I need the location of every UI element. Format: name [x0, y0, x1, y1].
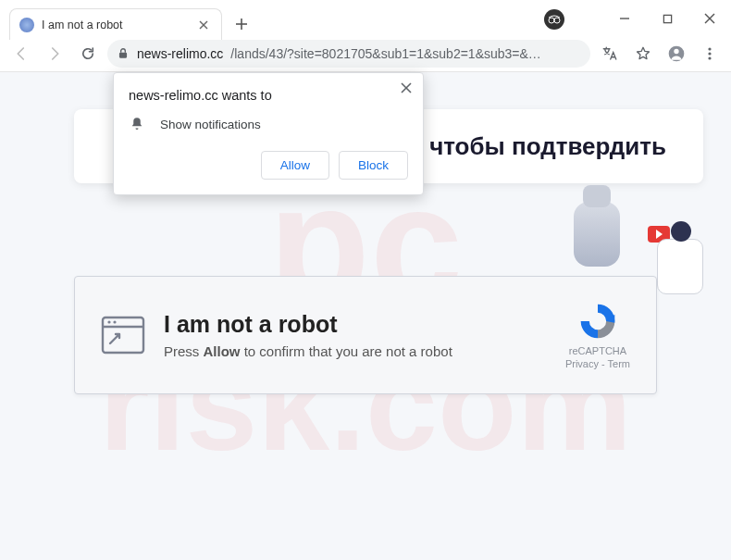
favicon-icon: [19, 18, 34, 32]
captcha-sub-prefix: Press: [164, 343, 204, 359]
recaptcha-icon: [577, 301, 618, 342]
captcha-title: I am not a robot: [164, 311, 547, 338]
svg-point-12: [674, 48, 678, 53]
browser-tab[interactable]: I am not a robot: [9, 8, 222, 40]
browser-toolbar: news-relimo.cc/lands/43/?site=8021705&su…: [0, 35, 731, 72]
recaptcha-badge: reCAPTCHA Privacy - Term: [565, 301, 630, 369]
minimize-button[interactable]: [603, 4, 646, 33]
close-tab-button[interactable]: [195, 19, 212, 31]
notification-prompt: news-relimo.cc wants to Show notificatio…: [113, 72, 424, 195]
url-host: news-relimo.cc: [137, 46, 223, 61]
browser-window-icon: [101, 316, 145, 355]
svg-rect-10: [119, 52, 127, 57]
reload-button[interactable]: [74, 40, 102, 68]
prompt-permission-row: Show notifications: [129, 116, 408, 132]
svg-point-13: [708, 47, 711, 50]
banner-part2-text: чтобы подтвердить: [429, 132, 666, 160]
recaptcha-links[interactable]: Privacy - Term: [565, 358, 630, 369]
prompt-site: news-relimo.cc: [129, 88, 218, 103]
allow-button[interactable]: Allow: [261, 151, 329, 180]
url-path: /lands/43/?site=8021705&sub1=1&sub2=1&su…: [230, 46, 581, 61]
svg-point-19: [113, 320, 116, 323]
bell-icon: [129, 116, 145, 132]
profile-icon[interactable]: [663, 40, 690, 68]
svg-point-18: [107, 320, 110, 323]
svg-point-8: [549, 18, 554, 23]
block-button[interactable]: Block: [339, 151, 408, 180]
lock-icon: [117, 47, 130, 60]
star-icon[interactable]: [629, 40, 657, 68]
forward-button[interactable]: [41, 40, 68, 68]
prompt-wants: wants to: [218, 88, 272, 103]
new-tab-button[interactable]: [228, 10, 255, 38]
prompt-title: news-relimo.cc wants to: [129, 88, 408, 103]
prompt-permission-text: Show notifications: [160, 118, 261, 131]
window-controls: [603, 4, 731, 33]
prompt-actions: Allow Block: [129, 151, 408, 180]
recaptcha-brand: reCAPTCHA: [565, 345, 630, 356]
svg-rect-1: [663, 15, 671, 22]
captcha-sub-suffix: to confirm that you are not a robot: [241, 343, 452, 359]
address-bar[interactable]: news-relimo.cc/lands/43/?site=8021705&su…: [107, 40, 590, 68]
captcha-subtitle: Press Allow to confirm that you are not …: [164, 343, 547, 359]
close-prompt-button[interactable]: [401, 82, 412, 93]
incognito-icon: [544, 9, 564, 30]
svg-point-15: [708, 56, 711, 59]
tab-title: I am not a robot: [42, 19, 188, 31]
person-icon: [657, 239, 703, 294]
captcha-sub-bold: Allow: [204, 343, 241, 359]
svg-point-14: [708, 52, 711, 55]
translate-icon[interactable]: [596, 40, 624, 68]
tabstrip: I am not a robot: [9, 7, 255, 41]
svg-point-9: [554, 18, 560, 23]
close-window-button[interactable]: [688, 4, 731, 33]
back-button[interactable]: [7, 40, 35, 68]
captcha-card: I am not a robot Press Allow to confirm …: [74, 276, 657, 394]
captcha-text: I am not a robot Press Allow to confirm …: [164, 311, 547, 359]
robot-icon: [574, 202, 620, 267]
menu-icon[interactable]: [696, 40, 724, 68]
maximize-button[interactable]: [646, 4, 688, 33]
